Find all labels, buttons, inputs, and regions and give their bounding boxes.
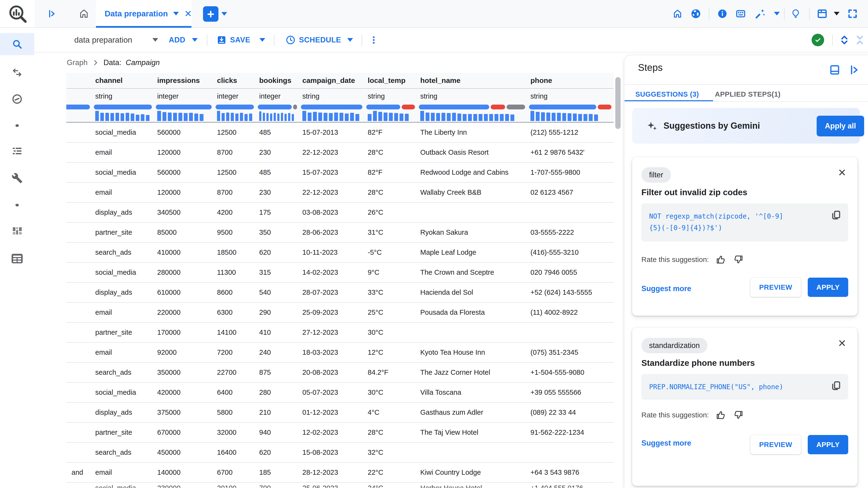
table-vertical-scrollbar[interactable]	[615, 74, 621, 487]
histogram-bar[interactable]	[329, 113, 333, 121]
histogram-bar[interactable]	[162, 112, 166, 121]
table-cell[interactable]: 220000	[154, 303, 214, 322]
histogram-bar[interactable]	[146, 115, 150, 121]
sidebar-item-monitoring[interactable]	[0, 88, 34, 110]
histogram-bar[interactable]	[383, 112, 388, 121]
histogram-bar[interactable]	[510, 115, 514, 121]
table-cell[interactable]: 485	[256, 163, 299, 182]
table-cell[interactable]	[66, 263, 92, 282]
table-cell[interactable]: 10-11-2023	[299, 243, 364, 262]
table-cell[interactable]	[66, 163, 92, 182]
suggest-more-link[interactable]: Suggest more	[641, 439, 691, 448]
table-cell[interactable]: The Taj View Hotel	[417, 423, 527, 442]
histogram-bar[interactable]	[173, 113, 177, 121]
preview-button[interactable]: PREVIEW	[750, 435, 801, 454]
quality-segment-invalid[interactable]	[598, 105, 612, 109]
histogram-bar[interactable]	[394, 113, 398, 121]
histogram-bar[interactable]	[400, 113, 403, 121]
histogram-bar[interactable]	[530, 111, 534, 121]
histogram-bar[interactable]	[199, 114, 204, 121]
table-cell[interactable]: 25-09-2023	[299, 303, 364, 322]
histogram-bar[interactable]	[157, 111, 161, 121]
table-cell[interactable]: 340500	[154, 203, 214, 222]
table-cell[interactable]: Hacienda del Sol	[417, 283, 527, 302]
quality-segment-valid[interactable]	[419, 105, 489, 109]
histogram-bar[interactable]	[105, 113, 109, 121]
histogram-bar[interactable]	[111, 113, 114, 121]
histogram-bar[interactable]	[249, 113, 252, 121]
table-cell[interactable]: 15-07-2023	[299, 163, 364, 182]
table-cell[interactable]: 18500	[214, 243, 256, 262]
app-logo[interactable]	[0, 0, 35, 27]
table-cell[interactable]: 120000	[154, 183, 214, 202]
table-cell[interactable]: 230	[256, 143, 299, 162]
new-tab-button[interactable]: +	[203, 6, 218, 22]
table-cell[interactable]: 16400	[214, 443, 256, 462]
histogram-bar[interactable]	[420, 111, 424, 121]
table-cell[interactable]: 350	[256, 223, 299, 242]
table-cell[interactable]	[66, 283, 92, 302]
histogram-bar[interactable]	[484, 114, 488, 121]
table-cell[interactable]: 620	[256, 243, 299, 262]
table-cell[interactable]: 82°F	[364, 163, 417, 182]
histogram-bar[interactable]	[578, 114, 582, 121]
table-cell[interactable]: 560000	[154, 123, 214, 142]
table-cell[interactable]: 6700	[214, 463, 256, 482]
table-cell[interactable]: 8700	[214, 143, 256, 162]
table-cell[interactable]	[66, 443, 92, 462]
table-cell[interactable]: social_media	[92, 123, 154, 142]
thumb-up-icon[interactable]	[716, 254, 726, 265]
tab-caret-icon[interactable]	[173, 12, 179, 15]
table-cell[interactable]: 185	[256, 463, 299, 482]
prep-name[interactable]: data preparation	[74, 28, 132, 52]
save-caret-icon[interactable]	[259, 28, 265, 52]
prep-name-caret-icon[interactable]	[152, 28, 158, 52]
column-header-campaign_date[interactable]: campaign_date	[299, 73, 364, 88]
sidebar-item-analytics[interactable]	[0, 221, 34, 243]
histogram-bar[interactable]	[226, 112, 229, 121]
quality-bar[interactable]	[154, 104, 214, 110]
table-cell[interactable]: (075) 351-2345	[527, 343, 613, 362]
sidebar-item-transfers[interactable]	[0, 61, 34, 84]
table-cell[interactable]: partner_site	[92, 323, 154, 342]
table-cell[interactable]: 315	[256, 263, 299, 282]
table-cell[interactable]: 700	[256, 483, 299, 488]
copy-icon[interactable]	[830, 380, 841, 391]
table-cell[interactable]: The Liberty Inn	[417, 123, 527, 142]
table-cell[interactable]: 375000	[154, 403, 214, 422]
sidebar-item-table-view[interactable]	[0, 248, 34, 270]
histogram-bar[interactable]	[552, 113, 556, 121]
table-cell[interactable]: 33°C	[364, 283, 417, 302]
column-header-clicks[interactable]: clicks	[214, 73, 256, 88]
table-cell[interactable]: 940	[256, 423, 299, 442]
new-tab-caret-icon[interactable]	[221, 12, 227, 16]
histogram-bar[interactable]	[340, 113, 343, 121]
histogram-bar[interactable]	[121, 113, 124, 121]
table-cell[interactable]: 30°C	[364, 323, 417, 342]
histogram-bar[interactable]	[141, 114, 145, 121]
histogram-bar[interactable]	[95, 111, 99, 121]
table-cell[interactable]: +64 3 543 9876	[527, 463, 613, 482]
table-cell[interactable]: Wallaby Creek B&B	[417, 183, 527, 202]
open-panel-icon[interactable]	[849, 64, 860, 76]
schedule-caret-icon[interactable]	[347, 28, 353, 52]
histogram-bar[interactable]	[573, 113, 577, 121]
histogram-bar[interactable]	[405, 114, 409, 121]
table-cell[interactable]: 22°C	[364, 463, 417, 482]
table-cell[interactable]: 875	[256, 363, 299, 382]
table-cell[interactable]: display_ads	[92, 403, 154, 422]
histogram-bar[interactable]	[281, 113, 283, 121]
quality-segment-missing[interactable]	[293, 105, 297, 109]
quality-bar[interactable]	[527, 104, 613, 110]
table-cell[interactable]: 1-707-555-9800	[527, 163, 613, 182]
fullscreen-icon[interactable]	[845, 0, 860, 27]
histogram-bar[interactable]	[468, 114, 472, 121]
column-header-channel[interactable]: channel	[92, 73, 154, 88]
histogram-bar[interactable]	[131, 113, 134, 121]
histogram-bar[interactable]	[478, 114, 483, 121]
table-cell[interactable]: 8600	[214, 283, 256, 302]
table-cell[interactable]: Kiwi Country Lodge	[417, 463, 527, 482]
table-cell[interactable]: search_ads	[92, 443, 154, 462]
sidebar-item-job-list[interactable]	[0, 140, 34, 162]
close-icon[interactable]: ✕	[838, 338, 846, 349]
